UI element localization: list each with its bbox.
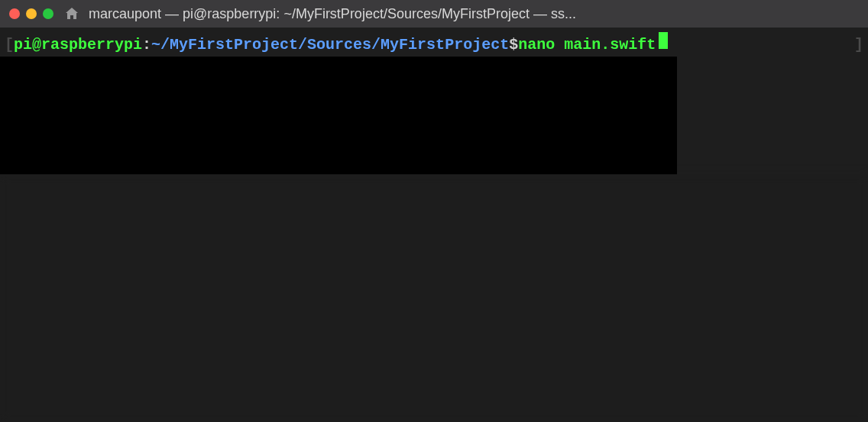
terminal-cursor (659, 32, 668, 49)
terminal-content[interactable]: [ pi@raspberrypi : ~/MyFirstProject/Sour… (0, 28, 868, 422)
prompt-left-bracket: [ (5, 35, 14, 55)
prompt-right-bracket: ] (854, 35, 863, 55)
prompt-user-host: pi@raspberrypi (14, 35, 142, 55)
traffic-lights (9, 8, 53, 19)
window-title: marcaupont — pi@raspberrypi: ~/MyFirstPr… (89, 6, 859, 22)
window-titlebar: marcaupont — pi@raspberrypi: ~/MyFirstPr… (0, 0, 868, 28)
terminal-dark-region (0, 57, 677, 174)
close-button[interactable] (9, 8, 20, 19)
prompt-command: nano main.swift (518, 35, 656, 55)
obscured-background (0, 174, 868, 422)
minimize-button[interactable] (26, 8, 37, 19)
prompt-dollar: $ (509, 35, 518, 55)
home-icon (64, 6, 79, 21)
prompt-line: [ pi@raspberrypi : ~/MyFirstProject/Sour… (5, 32, 863, 55)
prompt-path: ~/MyFirstProject/Sources/MyFirstProject (151, 35, 509, 55)
prompt-colon: : (142, 35, 151, 55)
zoom-button[interactable] (43, 8, 53, 19)
